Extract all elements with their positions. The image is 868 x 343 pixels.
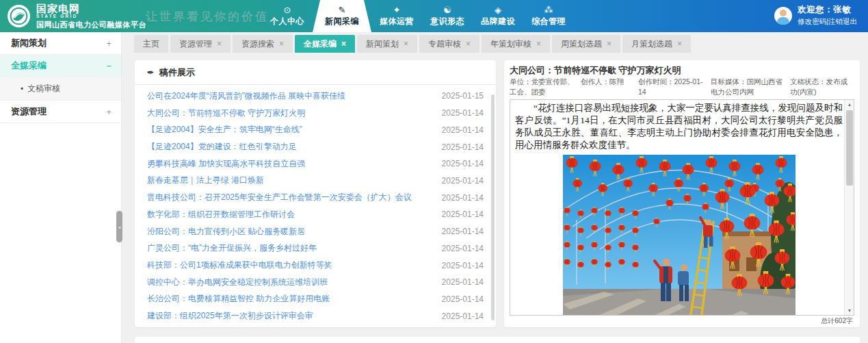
sidebar-item-label: 资源管理 xyxy=(11,105,47,118)
article-link[interactable]: 公司在2024年度“清风晋韵”微视频作品 展映中喜获佳绩 xyxy=(147,90,345,102)
nav-item-label: 个人中心 xyxy=(270,16,304,27)
article-link[interactable]: 调控中心：举办电网安全稳定控制系统运维培训班 xyxy=(147,277,328,288)
tab-media-editing[interactable]: 全媒采编× xyxy=(295,35,355,53)
scroll-down-icon[interactable]: ▼ xyxy=(845,306,854,315)
article-link[interactable]: 新春走基层｜沽上寻绿 港口焕新 xyxy=(147,175,264,186)
close-icon[interactable]: × xyxy=(217,40,222,48)
article-date: 2025-01-14 xyxy=(442,227,484,236)
article-row[interactable]: 长治公司：电费核算精益智控 助力企业算好用电账2025-01-14 xyxy=(135,291,489,308)
article-meta: 单位：党委宣传部、工会、团委 创作人：陈翔 创作时间：2025-01-14 目标… xyxy=(510,77,856,97)
article-link[interactable]: 大同公司：节前特巡不停歇 守护万家灯火明 xyxy=(147,107,305,119)
article-date: 2025-01-14 xyxy=(442,108,484,118)
article-row[interactable]: 科技部：公司1项标准成果获中电联电力创新特等奖2025-01-14 xyxy=(135,257,489,274)
article-link[interactable]: 数字化部：组织召开数据管理工作研讨会 xyxy=(147,209,295,220)
article-date: 2025-01-14 xyxy=(442,125,484,135)
close-icon[interactable]: × xyxy=(404,40,408,48)
close-icon[interactable]: × xyxy=(341,40,346,48)
article-row[interactable]: 公司在2024年度“清风晋韵”微视频作品 展映中喜获佳绩2025-01-15 xyxy=(135,88,489,105)
article-row[interactable]: 勇攀科技高峰 加快实现高水平科技自立自强2025-01-14 xyxy=(135,155,489,173)
nav-item-media-operation[interactable]: ✦媒体运营 xyxy=(371,0,422,32)
tab-label: 月策划选题 xyxy=(631,38,672,50)
article-title: 大同公司：节前特巡不停歇 守护万家灯火明 xyxy=(510,64,854,77)
sidebar-subitem-label: 文稿审核 xyxy=(27,83,60,94)
article-date: 2025-01-14 xyxy=(442,209,484,219)
article-link[interactable]: 广灵公司：“电”力全开促振兴，服务乡村过好年 xyxy=(147,242,317,254)
tab-bar: 主页资源管理×资源搜索×全媒采编×新闻策划×专题审核×年策划审核×周策划选题×月… xyxy=(134,35,691,53)
welcome-text: 欢迎您：张敏 xyxy=(798,4,857,16)
nav-item-user-center[interactable]: ⊙个人中心 xyxy=(262,0,313,32)
nav-item-general-admin[interactable]: ⁂综合管理 xyxy=(523,0,574,32)
collapse-icon[interactable]: − xyxy=(106,61,111,71)
article-row[interactable]: 新春走基层｜沽上寻绿 港口焕新2025-01-14 xyxy=(135,173,489,190)
close-icon[interactable]: × xyxy=(279,40,284,48)
slogan-watermark: 让世界看见你的价值 xyxy=(146,9,269,25)
sidebar-item-media-editing[interactable]: 全媒采编 − xyxy=(0,55,121,77)
bullet-icon: • xyxy=(21,84,23,94)
article-link[interactable]: 【足迹2004】党的建设：红色引擎动力足 xyxy=(147,141,297,153)
tab-topic-review[interactable]: 专题审核× xyxy=(419,35,479,53)
article-row[interactable]: 晋电科技公司：召开2025年安全生产工作会暨第一次安委会（扩大）会议2025-0… xyxy=(135,189,489,206)
expand-icon[interactable]: + xyxy=(106,107,111,117)
article-row[interactable]: 建设部：组织2025年第一次初步设计评审会审2025-01-14 xyxy=(135,307,489,325)
tab-weekly-plan-topics[interactable]: 周策划选题× xyxy=(552,35,620,53)
scrollbar-thumb[interactable] xyxy=(846,110,853,186)
panel-title: 稿件展示 xyxy=(159,66,195,79)
close-icon[interactable]: × xyxy=(677,40,682,48)
nav-item-brand-building[interactable]: ◈品牌建设 xyxy=(473,0,523,32)
article-link[interactable]: 晋电科技公司：召开2025年安全生产工作会暨第一次安委会（扩大）会议 xyxy=(147,192,412,203)
close-icon[interactable]: × xyxy=(536,40,541,48)
article-row[interactable]: 调控中心：举办电网安全稳定控制系统运维培训班2025-01-14 xyxy=(135,274,489,291)
tab-resource-mgmt[interactable]: 资源管理× xyxy=(170,35,231,53)
tab-label: 主页 xyxy=(143,38,159,50)
close-icon[interactable]: × xyxy=(607,40,611,48)
mind-icon: ☯ xyxy=(443,5,451,14)
article-row[interactable]: 汾阳公司：电力宣传到小区 贴心服务暖新居2025-01-14 xyxy=(135,223,489,240)
article-row[interactable]: 【足迹2004】安全生产：筑牢电网“生命线”2025-01-14 xyxy=(135,121,489,138)
article-row[interactable]: 广灵公司：“电”力全开促振兴，服务乡村过好年2025-01-14 xyxy=(135,240,489,257)
meta-author: 创作人：陈翔 xyxy=(581,77,635,97)
sidebar-item-resource-mgmt[interactable]: 资源管理 + xyxy=(0,101,121,123)
article-link[interactable]: 勇攀科技高峰 加快实现高水平科技自立自强 xyxy=(147,158,305,170)
tab-label: 新闻策划 xyxy=(366,38,399,50)
article-link[interactable]: 汾阳公司：电力宣传到小区 贴心服务暖新居 xyxy=(147,226,305,238)
logout-link[interactable]: 注销退出 xyxy=(828,17,857,25)
platform-title: 国网山西省电力公司融媒体平台 xyxy=(36,21,146,29)
article-date: 2025-01-15 xyxy=(442,91,484,101)
expand-icon[interactable]: + xyxy=(106,38,111,49)
sidebar-collapse-handle[interactable]: ◂ xyxy=(116,211,122,242)
nav-item-news-editing[interactable]: ✎新闻采编 xyxy=(313,0,371,32)
body-scrollbar[interactable]: ▲ ▼ xyxy=(844,100,854,315)
list-scrollbar[interactable] xyxy=(491,94,495,320)
sidebar-item-label: 全媒采编 xyxy=(11,60,47,72)
nav-item-label: 媒体运营 xyxy=(380,16,414,27)
nav-item-label: 意识形态 xyxy=(430,16,464,27)
sidebar-item-news-planning[interactable]: 新闻策划 + xyxy=(0,32,121,55)
tab-news-planning[interactable]: 新闻策划× xyxy=(357,35,417,53)
tab-monthly-plan-topics[interactable]: 月策划选题× xyxy=(622,35,691,53)
article-row[interactable]: 【足迹2004】党的建设：红色引擎动力足2025-01-14 xyxy=(135,138,489,155)
article-link[interactable]: 建设部：组织2025年第一次初步设计评审会审 xyxy=(147,310,313,322)
user-block: 欢迎您：张敏 修改密码|注销退出 xyxy=(774,4,857,27)
article-date: 2025-01-14 xyxy=(442,244,484,253)
tab-resource-search[interactable]: 资源搜索× xyxy=(233,35,293,53)
article-link[interactable]: 【足迹2004】安全生产：筑牢电网“生命线” xyxy=(147,124,302,136)
close-icon[interactable]: × xyxy=(466,40,471,48)
article-link[interactable]: 长治公司：电费核算精益智控 助力企业算好用电账 xyxy=(147,293,330,305)
meta-time: 创作时间：2025-01-14 xyxy=(638,77,708,97)
tab-annual-plan-review[interactable]: 年策划审核× xyxy=(482,35,550,53)
user-avatar[interactable] xyxy=(774,7,792,25)
scroll-up-icon[interactable]: ▲ xyxy=(845,100,854,109)
article-row[interactable]: 数字化部：组织召开数据管理工作研讨会2025-01-14 xyxy=(135,206,489,223)
tab-home[interactable]: 主页 xyxy=(134,35,168,53)
article-link[interactable]: 科技部：公司1项标准成果获中电联电力创新特等奖 xyxy=(147,259,332,271)
article-list: 公司在2024年度“清风晋韵”微视频作品 展映中喜获佳绩2025-01-15大同… xyxy=(135,88,489,325)
article-body-box: “花灯连接口容易出现短接现象，大家一定要认真排查接线，发现问题及时和客户反馈。”… xyxy=(510,99,854,316)
sidebar-item-draft-review[interactable]: • 文稿审核 xyxy=(0,77,121,101)
nav-item-ideology[interactable]: ☯意识形态 xyxy=(422,0,473,32)
meta-target: 目标媒体：国网山西省电力公司内网 xyxy=(711,77,787,97)
change-password-link[interactable]: 修改密码 xyxy=(798,17,826,25)
next-panel-edge xyxy=(135,337,860,343)
nav-item-label: 综合管理 xyxy=(531,16,566,27)
nav-item-label: 新闻采编 xyxy=(325,16,359,27)
article-row[interactable]: 大同公司：节前特巡不停歇 守护万家灯火明2025-01-14 xyxy=(135,105,489,122)
